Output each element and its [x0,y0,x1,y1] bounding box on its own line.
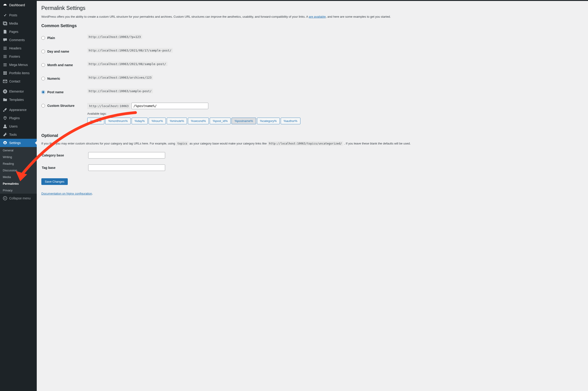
permalink-example: http://localhost:10063/?p=123 [87,34,142,39]
tag-base-input[interactable] [88,165,165,171]
sidebar-item-elementor[interactable]: Elementor [0,87,37,96]
common-settings-heading: Common Settings [41,23,584,28]
sidebar-item-footers[interactable]: Footers [0,52,37,61]
tag-button-hour[interactable]: %hour% [149,118,166,124]
tag-button-second[interactable]: %second% [188,118,209,124]
user-icon [3,124,7,129]
submenu-item-permalinks[interactable]: Permalinks [0,180,37,187]
pin-icon [3,13,7,17]
collapse-menu-button[interactable]: Collapse menu [0,194,37,203]
tag-button-day[interactable]: %day% [132,118,148,124]
tag-button-post_id[interactable]: %post_id% [210,118,231,124]
permalink-option-label: Month and name [47,63,73,67]
available-tags-label: Available tags: [87,112,581,115]
permalink-radio-numeric[interactable] [41,77,45,80]
permalink-radio-custom-structure[interactable] [41,104,45,107]
tag-button-year[interactable]: %year% [87,118,104,124]
sidebar-item-label: Dashboard [9,3,25,7]
permalink-option-plain[interactable]: Plain [41,36,55,40]
permalink-example: http://localhost:10063/2021/08/sample-po… [87,62,168,66]
tag-button-minute[interactable]: %minute% [167,118,187,124]
category-base-label: Category base [42,149,88,161]
sidebar-item-label: Portfolio items [9,71,30,75]
permalink-radio-plain[interactable] [41,36,45,40]
settings-submenu: GeneralWritingReadingDiscussionMediaPerm… [0,147,37,194]
permalink-option-numeric[interactable]: Numeric [41,77,60,80]
permalink-radio-post-name[interactable] [41,90,45,94]
submenu-item-general[interactable]: General [0,147,37,154]
cog-icon [3,141,7,145]
submenu-item-privacy[interactable]: Privacy [0,187,37,194]
permalink-options-table: Plainhttp://localhost:10063/?p=123Day an… [41,31,584,129]
tag-button-postname[interactable]: %postname% [232,118,256,124]
dashboard-icon [3,3,7,7]
sidebar-item-settings[interactable]: Settings [0,139,37,147]
optional-bases-table: Category base Tag base [41,149,166,174]
submenu-item-reading[interactable]: Reading [0,160,37,167]
sidebar-item-label: Elementor [9,90,24,93]
svg-point-1 [4,124,6,126]
nginx-doc-link[interactable]: Documentation on Nginx configuration [41,192,92,195]
sidebar-item-posts[interactable]: Posts [0,11,37,19]
sidebar-item-users[interactable]: Users [0,122,37,130]
page-intro: WordPress offers you the ability to crea… [41,14,584,19]
sidebar-item-label: Tools [9,133,17,136]
custom-structure-input[interactable] [131,103,208,109]
sidebar-item-comments[interactable]: Comments [0,36,37,44]
sidebar-item-portfolio-items[interactable]: Portfolio items [0,69,37,77]
tag-button-monthnum[interactable]: %monthnum% [105,118,131,124]
sidebar-item-media[interactable]: Media [0,19,37,28]
sidebar-item-label: Pages [9,30,18,34]
sidebar-item-headers[interactable]: Headers [0,44,37,52]
media-icon [3,21,7,26]
sidebar-item-label: Comments [9,38,25,42]
sidebar-item-label: Settings [9,141,21,145]
permalink-radio-month-and-name[interactable] [41,63,45,67]
permalink-option-month-and-name[interactable]: Month and name [41,63,73,67]
collapse-label: Collapse menu [9,196,31,200]
plug-icon [3,116,7,120]
custom-structure-prefix: http://localhost:10063 [87,103,130,109]
permalink-option-label: Custom Structure [47,104,75,107]
page-title: Permalink Settings [41,5,584,11]
sidebar-item-appearance[interactable]: Appearance [0,106,37,114]
submenu-item-writing[interactable]: Writing [0,154,37,160]
permalink-example: http://localhost:10063/archives/123 [87,75,153,80]
submenu-item-media[interactable]: Media [0,174,37,180]
optional-heading: Optional [41,133,584,138]
sidebar-item-label: Mega Menus [9,63,28,67]
save-changes-button[interactable]: Save Changes [41,178,68,185]
grid-icon [3,71,7,75]
available-tags-row: %year%%monthnum%%day%%hour%%minute%%seco… [87,118,581,126]
svg-point-3 [3,196,7,200]
permalink-option-day-and-name[interactable]: Day and name [41,50,69,53]
brush-icon [3,107,7,112]
submenu-item-discussion[interactable]: Discussion [0,167,37,174]
folder-icon [3,98,7,102]
sidebar-item-mega-menus[interactable]: Mega Menus [0,61,37,69]
tag-button-category[interactable]: %category% [257,118,280,124]
elementor-icon [3,89,7,94]
sidebar-item-pages[interactable]: Pages [0,28,37,36]
category-base-input[interactable] [88,152,165,159]
intro-link[interactable]: are available [309,15,326,18]
bars-icon [3,54,7,59]
permalink-option-label: Numeric [47,77,60,80]
permalink-option-label: Day and name [47,50,69,53]
sidebar-item-plugins[interactable]: Plugins [0,114,37,122]
tag-button-author[interactable]: %author% [281,118,300,124]
bars-icon [3,63,7,67]
permalink-option-post-name[interactable]: Post name [41,90,64,94]
sidebar-item-label: Posts [9,13,17,17]
sidebar-item-label: Users [9,124,18,128]
sidebar-item-templates[interactable]: Templates [0,96,37,104]
permalink-radio-day-and-name[interactable] [41,50,45,53]
permalink-option-custom-structure[interactable]: Custom Structure [41,104,75,107]
svg-point-2 [4,142,6,144]
page-icon [3,29,7,34]
sidebar-item-label: Appearance [9,108,27,112]
sidebar-item-tools[interactable]: Tools [0,130,37,139]
sidebar-item-contact[interactable]: Contact [0,77,37,86]
sidebar-item-dashboard[interactable]: Dashboard [0,1,37,9]
comment-icon [3,38,7,42]
